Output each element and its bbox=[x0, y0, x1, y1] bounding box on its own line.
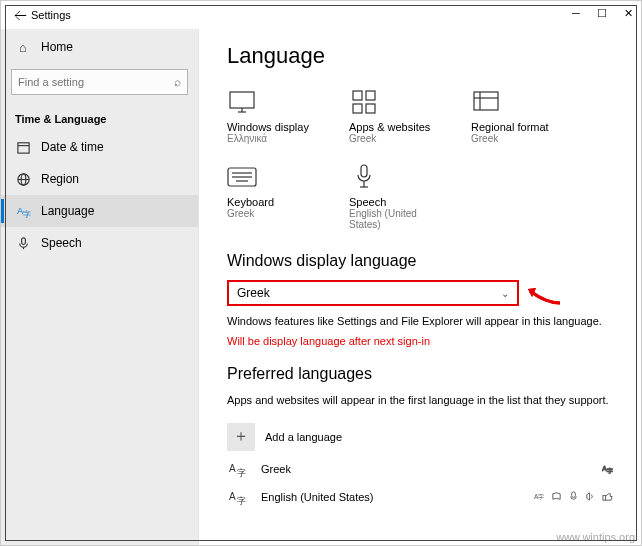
section-preferred: Preferred languages bbox=[227, 365, 613, 383]
sidebar-item-speech[interactable]: Speech bbox=[1, 227, 198, 259]
language-label: Greek bbox=[261, 463, 291, 475]
display-language-dropdown[interactable]: Greek ⌄ bbox=[227, 280, 519, 306]
annotation-arrow bbox=[526, 285, 562, 311]
svg-text:字: 字 bbox=[22, 210, 30, 219]
svg-rect-13 bbox=[366, 91, 375, 100]
window-title: Settings bbox=[31, 9, 71, 21]
search-field[interactable] bbox=[18, 76, 174, 88]
minimize-icon[interactable]: ─ bbox=[569, 7, 583, 20]
tile-value: Ελληνικά bbox=[227, 133, 317, 144]
sidebar-category: Time & Language bbox=[1, 103, 198, 131]
home-icon: ⌂ bbox=[15, 39, 31, 55]
language-feature-icons: A字 bbox=[534, 491, 613, 502]
tile-windows-display[interactable]: Windows display Ελληνικά bbox=[227, 87, 317, 144]
monitor-icon bbox=[227, 87, 257, 117]
home-label: Home bbox=[41, 40, 73, 54]
svg-rect-9 bbox=[230, 92, 254, 108]
display-warning: Will be display language after next sign… bbox=[227, 335, 613, 347]
add-language-label: Add a language bbox=[265, 431, 342, 443]
sidebar-item-language[interactable]: A字 Language bbox=[1, 195, 198, 227]
apps-icon bbox=[349, 87, 379, 117]
svg-rect-15 bbox=[366, 104, 375, 113]
window-controls: ─ ☐ ✕ bbox=[569, 7, 635, 20]
add-language-button[interactable]: ＋ Add a language bbox=[227, 419, 613, 455]
titlebar: 🡠 Settings bbox=[1, 1, 641, 29]
watermark: www.wintips.org bbox=[556, 531, 635, 543]
chevron-down-icon: ⌄ bbox=[501, 288, 509, 299]
language-tiles: Windows display Ελληνικά Apps & websites… bbox=[227, 87, 613, 230]
svg-rect-14 bbox=[353, 104, 362, 113]
tile-keyboard[interactable]: Keyboard Greek bbox=[227, 162, 317, 230]
tile-name: Apps & websites bbox=[349, 121, 439, 133]
section-display-language: Windows display language bbox=[227, 252, 613, 270]
close-icon[interactable]: ✕ bbox=[621, 7, 635, 20]
language-label: English (United States) bbox=[261, 491, 374, 503]
svg-rect-7 bbox=[21, 237, 25, 244]
svg-rect-0 bbox=[17, 142, 28, 152]
page-title: Language bbox=[227, 43, 613, 69]
regional-icon bbox=[471, 87, 501, 117]
language-icon: A字 bbox=[15, 203, 31, 219]
dropdown-value: Greek bbox=[237, 286, 270, 300]
language-glyph-icon: A字 bbox=[227, 461, 251, 477]
tile-name: Keyboard bbox=[227, 196, 317, 208]
language-row-greek[interactable]: A字 Greek A字 bbox=[227, 455, 613, 483]
tile-name: Windows display bbox=[227, 121, 317, 133]
svg-text:字: 字 bbox=[237, 496, 246, 506]
tile-apps-websites[interactable]: Apps & websites Greek bbox=[349, 87, 439, 144]
sidebar-item-label: Date & time bbox=[41, 140, 104, 154]
tile-name: Regional format bbox=[471, 121, 561, 133]
display-desc: Windows features like Settings and File … bbox=[227, 314, 613, 329]
svg-rect-33 bbox=[572, 492, 576, 498]
svg-text:字: 字 bbox=[237, 468, 246, 478]
home-link[interactable]: ⌂ Home bbox=[1, 33, 198, 61]
plus-icon: ＋ bbox=[227, 423, 255, 451]
language-feature-icons: A字 bbox=[602, 463, 613, 474]
language-row-english[interactable]: A字 English (United States) A字 bbox=[227, 483, 613, 511]
tile-value: Greek bbox=[349, 133, 439, 144]
sidebar-item-label: Language bbox=[41, 204, 94, 218]
tile-name: Speech bbox=[349, 196, 439, 208]
tile-value: English (United States) bbox=[349, 208, 439, 230]
keyboard-icon bbox=[227, 162, 257, 192]
language-glyph-icon: A字 bbox=[227, 489, 251, 505]
sidebar-item-label: Speech bbox=[41, 236, 82, 250]
back-icon[interactable]: 🡠 bbox=[9, 8, 31, 23]
microphone-icon bbox=[15, 235, 31, 251]
sidebar-item-region[interactable]: Region bbox=[1, 163, 198, 195]
sidebar-item-label: Region bbox=[41, 172, 79, 186]
svg-rect-12 bbox=[353, 91, 362, 100]
calendar-icon bbox=[15, 139, 31, 155]
svg-text:字: 字 bbox=[607, 467, 613, 474]
maximize-icon[interactable]: ☐ bbox=[595, 7, 609, 20]
search-input[interactable]: ⌕ bbox=[11, 69, 188, 95]
microphone-icon bbox=[349, 162, 379, 192]
globe-icon bbox=[15, 171, 31, 187]
sidebar-item-datetime[interactable]: Date & time bbox=[1, 131, 198, 163]
search-icon: ⌕ bbox=[174, 75, 181, 89]
svg-rect-16 bbox=[474, 92, 498, 110]
tile-value: Greek bbox=[471, 133, 561, 144]
svg-text:A: A bbox=[229, 463, 236, 474]
preferred-desc: Apps and websites will appear in the fir… bbox=[227, 393, 613, 408]
svg-rect-34 bbox=[603, 496, 606, 501]
svg-rect-23 bbox=[361, 165, 367, 177]
sidebar: ⌂ Home ⌕ Time & Language Date & time Reg… bbox=[1, 29, 199, 545]
tile-regional-format[interactable]: Regional format Greek bbox=[471, 87, 561, 144]
svg-text:A字: A字 bbox=[534, 494, 544, 501]
tile-speech[interactable]: Speech English (United States) bbox=[349, 162, 439, 230]
svg-text:A: A bbox=[229, 491, 236, 502]
main-panel: Language Windows display Ελληνικά Apps &… bbox=[199, 29, 641, 545]
tile-value: Greek bbox=[227, 208, 317, 219]
